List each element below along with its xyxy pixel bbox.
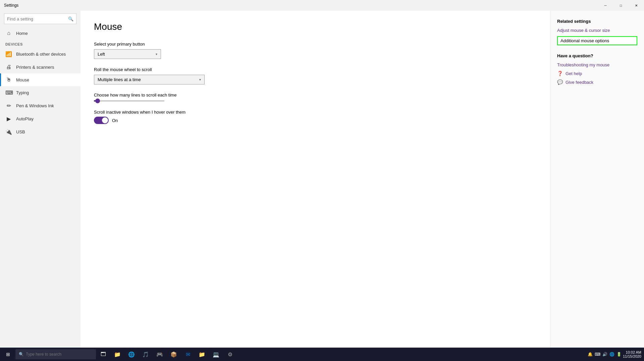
have-question-title: Have a question?	[557, 53, 637, 58]
taskbar-spotify[interactable]: 🎵	[139, 348, 152, 361]
sidebar-item-usb-label: USB	[16, 129, 25, 134]
app-container: 🔍 ⌂ Home Devices 📶 Bluetooth & other dev…	[0, 11, 644, 348]
sidebar-item-bluetooth[interactable]: 📶 Bluetooth & other devices	[0, 48, 80, 61]
mouse-icon: 🖱	[5, 77, 12, 83]
right-panel: Related settings Adjust mouse & cursor s…	[550, 11, 644, 348]
taskbar-search-icon: 🔍	[19, 352, 24, 357]
taskbar-chrome[interactable]: 🌐	[125, 348, 138, 361]
search-box[interactable]: 🔍	[4, 13, 76, 24]
search-icon: 🔍	[68, 16, 73, 21]
autoplay-icon: ▶	[5, 116, 12, 122]
taskbar-time: 10:02 AM	[623, 350, 641, 354]
troubleshoot-link[interactable]: Troubleshooting my mouse	[557, 62, 637, 67]
taskbar-search-box[interactable]: 🔍	[15, 349, 96, 359]
search-input[interactable]	[7, 16, 68, 21]
taskbar-task-view[interactable]: 🗔	[97, 348, 110, 361]
home-icon: ⌂	[5, 30, 12, 36]
main-content: Mouse Select your primary button Left ▾ …	[80, 11, 550, 348]
taskbar-file-explorer[interactable]: 📁	[111, 348, 124, 361]
taskbar-left: ⊞ 🔍 🗔 📁 🌐 🎵 🎮 📦 ✉ 📁 💻 ⚙	[1, 348, 237, 361]
taskbar-app5[interactable]: 📦	[167, 348, 180, 361]
speaker-icon[interactable]: 🔊	[602, 352, 607, 357]
titlebar-title: Settings	[4, 3, 18, 8]
pen-icon: ✏	[5, 103, 12, 109]
sidebar-section-devices: Devices	[0, 40, 80, 48]
adjust-mouse-link[interactable]: Adjust mouse & cursor size	[557, 28, 637, 33]
taskbar-mail[interactable]: ✉	[181, 348, 195, 361]
sidebar-item-pen[interactable]: ✏ Pen & Windows Ink	[0, 99, 80, 112]
close-button[interactable]: ✕	[629, 0, 644, 11]
scroll-inactive-group: Scroll inactive windows when I hover ove…	[94, 110, 537, 124]
slider-thumb[interactable]	[95, 99, 100, 103]
get-help-item[interactable]: ❓ Get help	[557, 71, 637, 76]
scroll-lines-slider-container	[94, 100, 537, 102]
primary-button-dropdown[interactable]: Left ▾	[94, 49, 161, 59]
battery-icon[interactable]: 🔋	[616, 352, 622, 357]
usb-icon: 🔌	[5, 129, 12, 135]
primary-button-value: Left	[98, 52, 105, 57]
scroll-wheel-dropdown[interactable]: Multiple lines at a time ▾	[94, 75, 205, 84]
scroll-wheel-value: Multiple lines at a time	[98, 77, 141, 82]
page-title: Mouse	[94, 21, 537, 32]
chevron-down-icon: ▾	[156, 52, 157, 56]
taskbar-vscode[interactable]: 💻	[209, 348, 223, 361]
taskbar: ⊞ 🔍 🗔 📁 🌐 🎵 🎮 📦 ✉ 📁 💻 ⚙ 🔔 ⌨ 🔊 🌐 🔋 10:02 …	[0, 348, 644, 361]
bluetooth-icon: 📶	[5, 51, 12, 57]
toggle-state-label: On	[112, 118, 118, 123]
give-feedback-item[interactable]: 💬 Give feedback	[557, 79, 637, 85]
keyboard-icon[interactable]: ⌨	[595, 352, 600, 357]
sidebar-item-bluetooth-label: Bluetooth & other devices	[16, 52, 66, 57]
taskbar-search-input[interactable]	[26, 352, 93, 357]
taskbar-right: 🔔 ⌨ 🔊 🌐 🔋 10:02 AM 11/15/2020	[588, 350, 643, 358]
sidebar-item-autoplay[interactable]: ▶ AutoPlay	[0, 112, 80, 125]
primary-button-label: Select your primary button	[94, 42, 537, 47]
taskbar-app4[interactable]: 🎮	[153, 348, 166, 361]
additional-mouse-options-link[interactable]: Additional mouse options	[557, 36, 637, 45]
sidebar-item-printers-label: Printers & scanners	[16, 65, 54, 70]
scroll-inactive-toggle[interactable]	[94, 117, 109, 124]
scroll-wheel-group: Roll the mouse wheel to scroll Multiple …	[94, 67, 537, 84]
taskbar-clock[interactable]: 10:02 AM 11/15/2020	[623, 350, 641, 358]
start-button[interactable]: ⊞	[1, 348, 15, 361]
related-settings-title: Related settings	[557, 19, 637, 24]
scroll-lines-group: Choose how many lines to scroll each tim…	[94, 93, 537, 102]
slider-track	[94, 100, 164, 102]
restore-button[interactable]: □	[613, 0, 629, 11]
titlebar: Settings ─ □ ✕	[0, 0, 644, 11]
get-help-icon: ❓	[557, 71, 563, 76]
sidebar-item-mouse[interactable]: 🖱 Mouse	[0, 73, 80, 86]
sidebar-item-home[interactable]: ⌂ Home	[0, 27, 80, 40]
sidebar-item-printers[interactable]: 🖨 Printers & scanners	[0, 61, 80, 73]
printers-icon: 🖨	[5, 64, 12, 70]
sidebar: 🔍 ⌂ Home Devices 📶 Bluetooth & other dev…	[0, 11, 80, 348]
taskbar-settings[interactable]: ⚙	[223, 348, 237, 361]
sidebar-item-typing-label: Typing	[16, 90, 29, 95]
primary-button-group: Select your primary button Left ▾	[94, 42, 537, 59]
toggle-row: On	[94, 117, 537, 124]
taskbar-files[interactable]: 📁	[195, 348, 209, 361]
scroll-lines-label: Choose how many lines to scroll each tim…	[94, 93, 537, 98]
notification-icon[interactable]: 🔔	[588, 352, 593, 357]
toggle-knob	[102, 117, 108, 123]
get-help-label[interactable]: Get help	[566, 71, 582, 76]
sidebar-item-typing[interactable]: ⌨ Typing	[0, 86, 80, 99]
scroll-wheel-label: Roll the mouse wheel to scroll	[94, 67, 537, 72]
network-icon[interactable]: 🌐	[609, 352, 614, 357]
sidebar-item-usb[interactable]: 🔌 USB	[0, 125, 80, 138]
taskbar-system-icons: 🔔 ⌨ 🔊 🌐 🔋	[588, 352, 622, 357]
scroll-chevron-icon: ▾	[199, 78, 201, 81]
taskbar-date: 11/15/2020	[623, 354, 641, 358]
titlebar-controls: ─ □ ✕	[598, 0, 644, 11]
scroll-inactive-label: Scroll inactive windows when I hover ove…	[94, 110, 537, 115]
give-feedback-icon: 💬	[557, 79, 563, 85]
sidebar-item-home-label: Home	[16, 31, 28, 36]
sidebar-item-mouse-label: Mouse	[16, 77, 29, 82]
minimize-button[interactable]: ─	[598, 0, 613, 11]
give-feedback-label[interactable]: Give feedback	[566, 80, 593, 85]
typing-icon: ⌨	[5, 89, 12, 96]
sidebar-item-pen-label: Pen & Windows Ink	[16, 103, 54, 108]
sidebar-item-autoplay-label: AutoPlay	[16, 116, 34, 121]
